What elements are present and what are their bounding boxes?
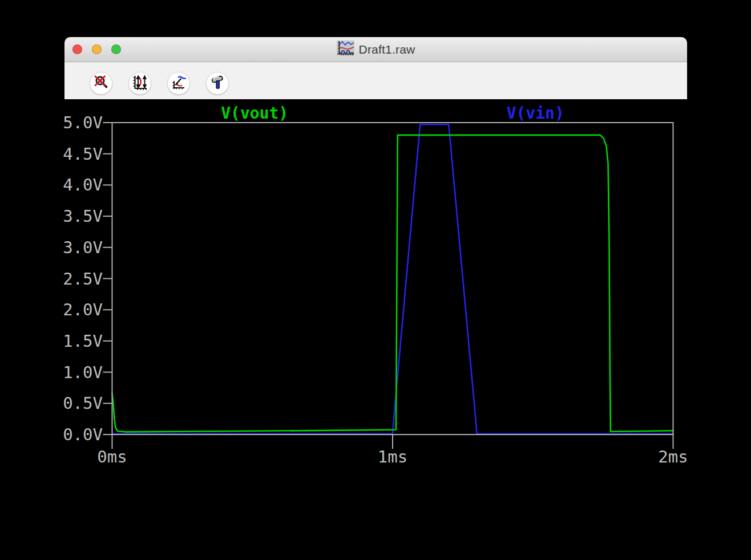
y-tick-label: 0.0V — [53, 426, 103, 443]
y-tick-label: 1.0V — [53, 364, 103, 381]
y-tick-label: 0.5V — [53, 395, 103, 412]
legend-V(vin)[interactable]: V(vin) — [507, 104, 564, 123]
y-tick-label: 4.0V — [53, 176, 103, 193]
y-tick-label: 1.5V — [53, 332, 103, 350]
trace-legend: V(vout)V(vin) — [112, 104, 673, 123]
x-tick-label: 1ms — [353, 448, 433, 465]
y-tick-label: 3.0V — [53, 239, 103, 256]
x-tick-label: 2ms — [633, 448, 713, 465]
legend-V(vout)[interactable]: V(vout) — [221, 104, 288, 123]
trace-V(vout) — [112, 135, 673, 432]
x-tick-label: 0ms — [72, 448, 152, 465]
y-tick-label: 5.0V — [53, 114, 103, 131]
y-tick-label: 2.0V — [53, 301, 103, 318]
y-tick-label: 4.5V — [53, 145, 103, 163]
plot-area[interactable] — [0, 0, 751, 560]
y-tick-label: 3.5V — [53, 208, 103, 225]
trace-V(vin) — [112, 124, 673, 433]
plot-border — [112, 123, 673, 435]
y-tick-label: 2.5V — [53, 270, 103, 287]
